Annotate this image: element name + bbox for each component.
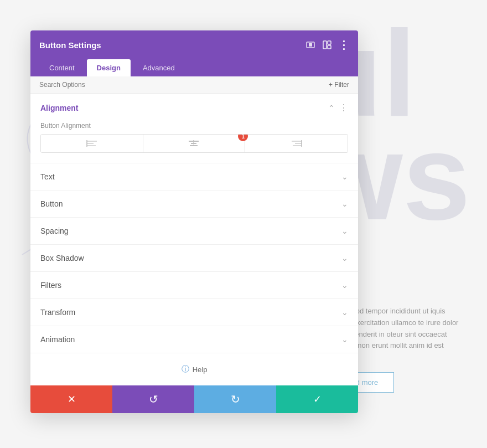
section-button: Button ⌄ xyxy=(30,190,358,218)
section-animation: Animation ⌄ xyxy=(30,326,358,353)
undo-button[interactable]: ↺ xyxy=(112,385,194,413)
section-text-title: Text xyxy=(40,172,55,181)
save-button[interactable]: ✓ xyxy=(276,385,358,413)
section-filters-title: Filters xyxy=(40,281,61,290)
transform-expand-icon[interactable]: ⌄ xyxy=(341,308,348,317)
save-icon: ✓ xyxy=(313,393,322,405)
align-center-icon xyxy=(188,139,200,148)
section-animation-title: Animation xyxy=(40,335,75,344)
button-alignment-label: Button Alignment xyxy=(40,122,348,130)
section-alignment-title: Alignment xyxy=(40,104,78,112)
section-transform-header[interactable]: Transform ⌄ xyxy=(30,299,358,326)
section-alignment-header[interactable]: Alignment ⌃ ⋮ xyxy=(30,94,358,122)
button-expand-icon[interactable]: ⌄ xyxy=(341,199,348,208)
svg-rect-2 xyxy=(323,41,327,49)
section-spacing-title: Spacing xyxy=(40,226,69,235)
alignment-more-icon[interactable]: ⋮ xyxy=(339,102,348,113)
button-settings-modal: Button Settings ⋮ Content De xyxy=(30,30,358,413)
search-input[interactable] xyxy=(39,81,150,89)
alignment-options: 1 xyxy=(40,134,348,153)
help-label[interactable]: Help xyxy=(193,365,208,374)
animation-expand-icon[interactable]: ⌄ xyxy=(341,335,348,344)
align-left-option[interactable] xyxy=(41,135,143,152)
modal-tabs: Content Design Advanced xyxy=(30,59,358,76)
section-filters: Filters ⌄ xyxy=(30,272,358,299)
section-spacing: Spacing ⌄ xyxy=(30,218,358,245)
modal-footer: ✕ ↺ ↻ ✓ xyxy=(30,385,358,413)
redo-icon: ↻ xyxy=(231,393,240,406)
section-text-header[interactable]: Text ⌄ xyxy=(30,163,358,190)
align-left-icon xyxy=(86,139,98,148)
modal-content: Alignment ⌃ ⋮ Button Alignment xyxy=(30,94,358,385)
section-transform: Transform ⌄ xyxy=(30,299,358,326)
spacing-expand-icon[interactable]: ⌄ xyxy=(341,226,348,235)
svg-rect-4 xyxy=(328,45,331,49)
section-text: Text ⌄ xyxy=(30,163,358,190)
align-center-option[interactable]: 1 xyxy=(143,135,246,152)
section-alignment: Alignment ⌃ ⋮ Button Alignment xyxy=(30,94,358,163)
section-box-shadow: Box Shadow ⌄ xyxy=(30,245,358,272)
help-row: ⓘ Help xyxy=(30,353,358,385)
help-icon: ⓘ xyxy=(182,364,189,374)
section-animation-header[interactable]: Animation ⌄ xyxy=(30,326,358,353)
svg-rect-3 xyxy=(328,41,331,44)
section-button-title: Button xyxy=(40,199,63,208)
cancel-button[interactable]: ✕ xyxy=(30,385,112,413)
tab-advanced[interactable]: Advanced xyxy=(133,59,185,76)
tab-design[interactable]: Design xyxy=(87,59,131,76)
box-shadow-expand-icon[interactable]: ⌄ xyxy=(341,254,348,262)
text-expand-icon[interactable]: ⌄ xyxy=(341,172,348,181)
section-button-header[interactable]: Button ⌄ xyxy=(30,190,358,217)
align-right-option[interactable] xyxy=(245,135,348,152)
undo-icon: ↺ xyxy=(149,393,158,406)
search-bar: + Filter xyxy=(30,76,358,94)
section-transform-title: Transform xyxy=(40,308,75,317)
section-box-shadow-title: Box Shadow xyxy=(40,254,84,262)
svg-rect-1 xyxy=(309,43,312,47)
align-right-icon xyxy=(291,139,303,148)
section-spacing-header[interactable]: Spacing ⌄ xyxy=(30,218,358,244)
redo-button[interactable]: ↻ xyxy=(194,385,276,413)
layout-icon[interactable] xyxy=(322,39,333,50)
more-options-icon[interactable]: ⋮ xyxy=(338,39,349,50)
section-alignment-controls: ⌃ ⋮ xyxy=(328,102,348,113)
tab-content[interactable]: Content xyxy=(39,59,85,76)
modal-title: Button Settings xyxy=(39,40,101,50)
alignment-body: Button Alignment 1 xyxy=(30,122,358,163)
responsive-icon[interactable] xyxy=(305,39,316,50)
alignment-collapse-icon[interactable]: ⌃ xyxy=(328,104,335,112)
filter-button[interactable]: + Filter xyxy=(329,81,349,89)
section-filters-header[interactable]: Filters ⌄ xyxy=(30,272,358,298)
modal-header-icons: ⋮ xyxy=(305,39,349,50)
section-box-shadow-header[interactable]: Box Shadow ⌄ xyxy=(30,245,358,271)
cancel-icon: ✕ xyxy=(68,393,76,405)
modal-header: Button Settings ⋮ xyxy=(30,30,358,59)
filters-expand-icon[interactable]: ⌄ xyxy=(341,281,348,290)
